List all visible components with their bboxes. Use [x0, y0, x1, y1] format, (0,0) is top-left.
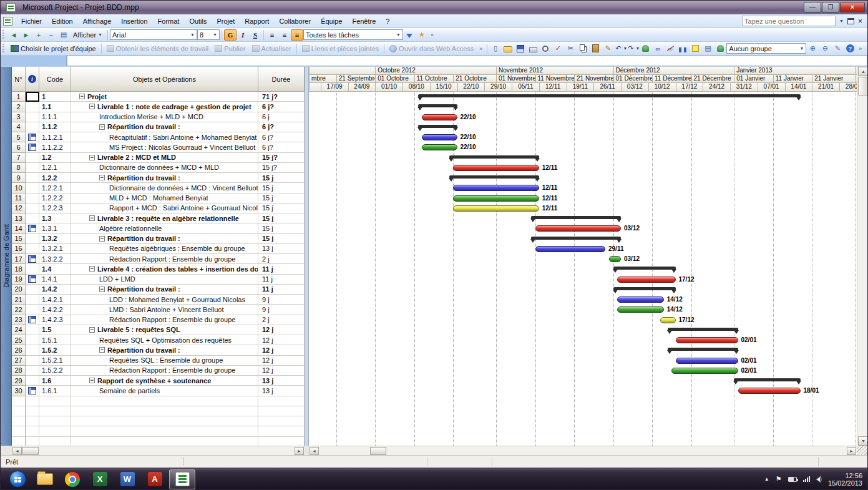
save-button[interactable]	[514, 43, 527, 54]
battery-icon[interactable]	[788, 477, 797, 482]
underline-button[interactable]: S	[249, 29, 261, 41]
scroll-left-button[interactable]: ◄	[310, 447, 319, 455]
duration-cell[interactable]: 6 j?	[258, 102, 305, 112]
code-cell[interactable]: 1.2.2.1	[39, 183, 71, 193]
row-number[interactable]: 12	[12, 203, 26, 213]
duration-cell[interactable]: 15 j	[258, 234, 305, 244]
resource-sheet-button[interactable]	[714, 43, 726, 54]
show-menu-button[interactable]: Afficher▼	[70, 29, 105, 41]
empty-cell[interactable]	[258, 406, 305, 416]
empty-cell[interactable]	[258, 396, 305, 406]
row-number[interactable]: 1	[12, 92, 26, 102]
link-tasks-button[interactable]: ∞	[651, 43, 664, 54]
empty-cell[interactable]	[26, 396, 39, 406]
duration-cell[interactable]: 9 j	[258, 305, 305, 315]
scroll-right-button[interactable]: ►	[295, 447, 304, 455]
task-name-cell[interactable]: Algèbre relationnelle	[71, 223, 258, 233]
task-name-cell[interactable]: Semaine de partiels	[71, 386, 258, 396]
red-task-bar[interactable]	[453, 165, 539, 171]
indicator-cell[interactable]	[26, 223, 39, 233]
network-signal-icon[interactable]	[803, 476, 810, 482]
duration-cell[interactable]: 12 j	[258, 345, 305, 355]
empty-cell[interactable]	[71, 416, 258, 426]
code-cell[interactable]: 1.4	[39, 264, 71, 274]
task-name-cell[interactable]: Dictionnaire de données + MCD + MLD	[71, 163, 258, 173]
code-cell[interactable]: 1.5.2	[39, 345, 71, 355]
task-name-cell[interactable]: −Répartition du travail :	[71, 285, 258, 295]
autofilter-button[interactable]	[403, 29, 416, 41]
row-number[interactable]: 10	[12, 183, 26, 193]
duration-cell[interactable]: 15 j	[258, 173, 305, 183]
row-number[interactable]: 11	[12, 194, 26, 203]
task-notes-button[interactable]	[689, 43, 701, 54]
taskbar-clock[interactable]: 12:56 15/02/2013	[828, 472, 862, 487]
empty-cell[interactable]	[12, 396, 26, 406]
duration-cell[interactable]: 15 j	[258, 223, 305, 233]
empty-cell[interactable]	[26, 416, 39, 426]
row-number[interactable]: 19	[12, 275, 26, 285]
show-subtasks-button[interactable]: +	[32, 29, 45, 41]
summary-bar[interactable]	[531, 237, 621, 240]
duration-cell[interactable]: 12 j	[258, 335, 305, 345]
indicator-cell[interactable]	[26, 234, 39, 244]
code-cell[interactable]: 1.4.2.3	[39, 315, 71, 325]
entry-field[interactable]	[67, 56, 867, 66]
toolbar-options-button[interactable]: »	[477, 46, 485, 52]
row-number[interactable]: 29	[12, 376, 26, 386]
task-name-cell[interactable]: −Répartition du travail :	[71, 345, 258, 355]
empty-cell[interactable]	[258, 416, 305, 426]
duration-cell[interactable]: 13 j	[258, 376, 305, 386]
row-number[interactable]: 17	[12, 254, 26, 264]
close-button[interactable]: ×	[840, 2, 865, 12]
collapse-icon[interactable]: −	[99, 347, 105, 353]
menu-item-rapport[interactable]: Rapport	[240, 16, 274, 27]
paste-button[interactable]	[589, 43, 602, 54]
open-in-web-access-button[interactable]: Ouvrir dans Web Access	[386, 43, 477, 54]
duration-cell[interactable]: 12 j	[258, 325, 305, 335]
task-name-cell[interactable]: Introduction Merise + MLD + MCD	[71, 112, 258, 122]
column-header-duration[interactable]: Durée	[258, 67, 305, 92]
summary-bar[interactable]	[734, 378, 800, 381]
indicator-cell[interactable]	[26, 285, 39, 295]
indicator-cell[interactable]	[26, 325, 39, 335]
row-number[interactable]: 8	[12, 163, 26, 173]
indicator-cell[interactable]	[26, 244, 39, 254]
indicator-cell[interactable]	[26, 132, 39, 142]
indicator-cell[interactable]	[26, 142, 39, 152]
duration-cell[interactable]: 6 j?	[258, 142, 305, 152]
summary-bar[interactable]	[418, 94, 801, 97]
indicator-cell[interactable]	[26, 183, 39, 193]
bold-button[interactable]: G	[224, 29, 237, 41]
align-left-button[interactable]: ≡	[266, 29, 278, 41]
restore-document-icon[interactable]	[847, 18, 854, 24]
task-name-cell[interactable]: Rédaction Rapport : Ensemble du groupe	[71, 254, 258, 264]
row-number[interactable]: 25	[12, 335, 26, 345]
empty-cell[interactable]	[39, 396, 71, 406]
indicator-cell[interactable]	[26, 305, 39, 315]
collapse-icon[interactable]: −	[89, 215, 95, 221]
row-number[interactable]: 22	[12, 305, 26, 315]
cut-button[interactable]: ✂	[564, 43, 577, 54]
start-button[interactable]	[4, 469, 31, 489]
column-header-name[interactable]: Objets et Opérations	[71, 67, 258, 92]
code-cell[interactable]: 1.1	[39, 102, 71, 112]
indent-button[interactable]: ►	[20, 29, 32, 41]
empty-cell[interactable]	[39, 406, 71, 416]
collapse-icon[interactable]: −	[89, 266, 95, 272]
code-cell[interactable]: 1.2.2	[39, 173, 71, 183]
row-number[interactable]: 15	[12, 234, 26, 244]
menu-item-insertion[interactable]: Insertion	[116, 16, 152, 27]
row-number[interactable]: 21	[12, 295, 26, 305]
zoom-out-button[interactable]: ⊖	[819, 43, 831, 54]
task-name-cell[interactable]: −Répartition du travail :	[71, 173, 258, 183]
duration-cell[interactable]: 6 j?	[258, 132, 305, 142]
task-information-button[interactable]: ▤	[701, 43, 714, 54]
toolbar-options-button[interactable]: »	[428, 32, 436, 38]
help-button[interactable]: ?	[844, 43, 856, 54]
italic-button[interactable]: I	[237, 29, 249, 41]
collapse-icon[interactable]: −	[99, 287, 105, 292]
empty-cell[interactable]	[26, 406, 39, 416]
align-center-button[interactable]: ≡	[278, 29, 291, 41]
empty-cell[interactable]	[12, 437, 26, 446]
links-attachments-button[interactable]: Liens et pièces jointes	[299, 43, 382, 54]
